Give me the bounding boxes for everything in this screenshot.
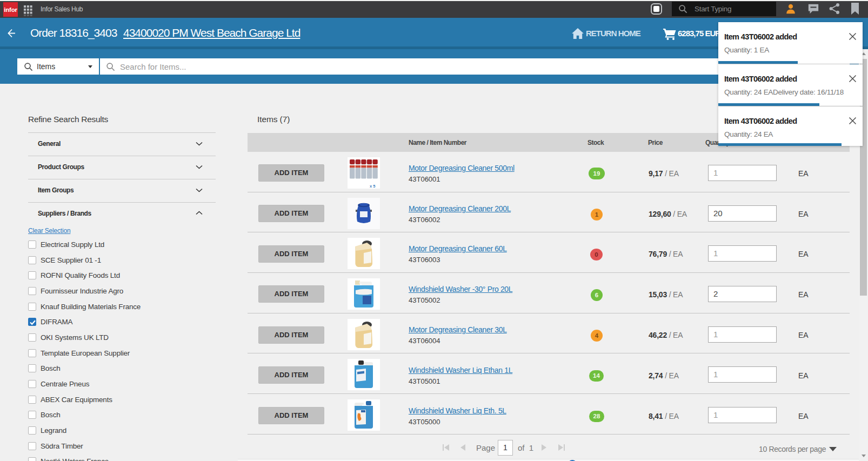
svg-text:x 5: x 5 — [370, 184, 375, 189]
